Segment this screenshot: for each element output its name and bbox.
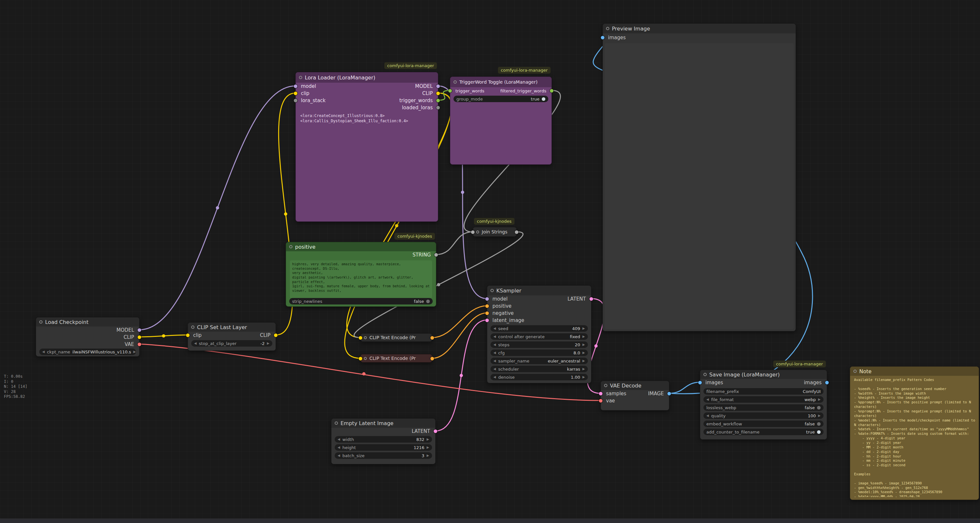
arrow-left-icon[interactable]: ◀ [493, 351, 496, 354]
node-header[interactable]: Load Checkpoint [36, 317, 139, 326]
arrow-right-icon[interactable]: ▶ [582, 335, 585, 338]
sampler-name-widget[interactable]: ◀ sampler_name euler_ancestral ▶ [490, 358, 588, 364]
arrow-right-icon[interactable]: ▶ [582, 351, 585, 354]
arrow-left-icon[interactable]: ◀ [337, 446, 340, 449]
node-vae-decode[interactable]: VAE Decode samples IMAGE vae [601, 381, 669, 410]
denoise-widget[interactable]: ◀ denoise 1.00 ▶ [490, 374, 588, 380]
node-note[interactable]: Note Available filename_prefix Pattern C… [850, 366, 979, 500]
filename-prefix-widget[interactable]: filename_prefix ComfyUI [703, 388, 824, 395]
arrow-left-icon[interactable]: ◀ [493, 359, 496, 363]
node-header[interactable]: Note [850, 367, 979, 376]
arrow-left-icon[interactable]: ◀ [493, 335, 496, 338]
node-header[interactable]: Preview Image [603, 24, 795, 33]
trigger-words-input-port[interactable] [448, 89, 452, 93]
lora-syntax-text[interactable]: <lora:CreateConcept_Illustrious:0.8> <lo… [300, 113, 433, 124]
conditioning-output-port[interactable] [430, 357, 434, 361]
batch-size-widget[interactable]: ◀ batch_size 3 ▶ [335, 452, 432, 459]
node-triggerword-toggle[interactable]: TriggerWord Toggle (LoraManager) trigger… [450, 76, 552, 165]
arrow-right-icon[interactable]: ▶ [426, 446, 429, 449]
node-header[interactable]: CLIP Text Encode (Pr [361, 334, 432, 341]
arrow-right-icon[interactable]: ▶ [582, 376, 585, 379]
arrow-right-icon[interactable]: ▶ [267, 342, 269, 345]
scheduler-widget[interactable]: ◀ scheduler karras ▶ [490, 366, 588, 372]
strip-newlines-toggle[interactable]: strip_newlines false [289, 298, 433, 304]
stop-at-clip-layer-widget[interactable]: ◀ stop_at_clip_layer -2 ▶ [191, 340, 272, 347]
clip-input-port[interactable] [359, 357, 362, 361]
quality-widget[interactable]: ◀ quality 100 ▶ [703, 412, 824, 419]
vae-port[interactable] [138, 343, 141, 346]
toggle-dot-icon[interactable] [817, 430, 821, 434]
group-mode-toggle[interactable]: group_mode true [453, 96, 548, 102]
images-output-port[interactable] [825, 381, 829, 385]
cfg-widget[interactable]: ◀ cfg 8.0 ▶ [490, 350, 588, 356]
images-input-port[interactable] [601, 36, 605, 40]
arrow-right-icon[interactable]: ▶ [818, 414, 821, 417]
node-header[interactable]: VAE Decode [601, 381, 669, 390]
toggle-dot-icon[interactable] [817, 406, 821, 409]
collapse-icon[interactable] [490, 289, 494, 292]
arrow-left-icon[interactable]: ◀ [493, 376, 496, 379]
add-counter-toggle[interactable]: add_counter_to_filename true [703, 429, 824, 435]
model-output-port[interactable] [436, 85, 440, 88]
arrow-right-icon[interactable]: ▶ [134, 350, 136, 353]
conditioning-output-port[interactable] [430, 336, 434, 340]
collapse-icon[interactable] [703, 373, 707, 376]
arrow-right-icon[interactable]: ▶ [818, 398, 821, 401]
width-widget[interactable]: ◀ width 832 ▶ [335, 436, 432, 442]
collapse-icon[interactable] [39, 320, 43, 323]
node-header[interactable]: Empty Latent Image [331, 418, 435, 428]
collapse-icon[interactable] [453, 81, 457, 84]
string-input-port[interactable] [471, 231, 474, 234]
node-header[interactable]: Lora Loader (LoraManager) [296, 72, 438, 83]
collapse-icon[interactable] [853, 369, 857, 373]
arrow-right-icon[interactable]: ▶ [426, 438, 429, 441]
positive-input-port[interactable] [485, 304, 489, 308]
collapse-icon[interactable] [289, 245, 293, 248]
lora-stack-input-port[interactable] [294, 99, 298, 103]
model-port[interactable] [138, 328, 141, 332]
collapse-icon[interactable] [476, 231, 479, 233]
node-clip-text-encode-negative[interactable]: CLIP Text Encode (Pr [360, 354, 433, 363]
lossless-webp-toggle[interactable]: lossless_webp false [703, 404, 824, 411]
latent-image-input-port[interactable] [485, 319, 489, 322]
collapse-icon[interactable] [299, 76, 302, 79]
node-clip-text-encode-positive[interactable]: CLIP Text Encode (Pr [360, 333, 433, 342]
node-header[interactable]: Save Image (LoraManager) [700, 370, 827, 379]
node-load-checkpoint[interactable]: Load Checkpoint MODEL CLIP VAE ◀ ckpt_na… [36, 317, 140, 357]
clip-input-port[interactable] [359, 336, 362, 340]
node-empty-latent-image[interactable]: Empty Latent Image LATENT ◀ width 832 ▶ … [331, 418, 436, 464]
file-format-widget[interactable]: ◀ file_format webp ▶ [703, 396, 824, 403]
latent-output-port[interactable] [434, 429, 437, 433]
clip-input-port[interactable] [294, 92, 298, 95]
node-header[interactable]: positive [286, 242, 436, 251]
images-input-port[interactable] [698, 381, 702, 385]
arrow-left-icon[interactable]: ◀ [493, 368, 496, 371]
vae-input-port[interactable] [599, 399, 603, 403]
node-ksampler[interactable]: KSampler model LATENT positive negative … [487, 285, 592, 383]
clip-output-port[interactable] [436, 92, 440, 95]
arrow-right-icon[interactable]: ▶ [582, 327, 585, 330]
node-header[interactable]: CLIP Set Last Layer [188, 323, 275, 332]
embed-workflow-toggle[interactable]: embed_workflow false [703, 420, 824, 427]
arrow-left-icon[interactable]: ◀ [194, 342, 197, 345]
node-header[interactable]: Join Strings [473, 227, 517, 236]
arrow-right-icon[interactable]: ▶ [582, 343, 585, 346]
collapse-icon[interactable] [364, 357, 367, 360]
node-save-image[interactable]: Save Image (LoraManager) images images f… [700, 369, 827, 440]
arrow-right-icon[interactable]: ▶ [582, 359, 585, 363]
arrow-right-icon[interactable]: ▶ [426, 454, 429, 457]
model-input-port[interactable] [294, 85, 298, 88]
node-preview-image[interactable]: Preview Image images [603, 23, 796, 331]
seed-widget[interactable]: ◀ seed 409 ▶ [490, 325, 588, 332]
toggle-dot-icon[interactable] [542, 97, 545, 101]
model-input-port[interactable] [485, 297, 489, 301]
control-after-generate-widget[interactable]: ◀ control after generate fixed ▶ [490, 333, 588, 340]
node-header[interactable]: CLIP Text Encode (Pr [361, 354, 432, 362]
collapse-icon[interactable] [364, 336, 367, 339]
string-output-port[interactable] [515, 231, 519, 234]
clip-input-port[interactable] [186, 334, 189, 337]
collapse-icon[interactable] [335, 422, 338, 425]
collapse-icon[interactable] [191, 325, 194, 329]
clip-output-port[interactable] [274, 334, 278, 337]
steps-widget[interactable]: ◀ steps 20 ▶ [490, 341, 588, 348]
